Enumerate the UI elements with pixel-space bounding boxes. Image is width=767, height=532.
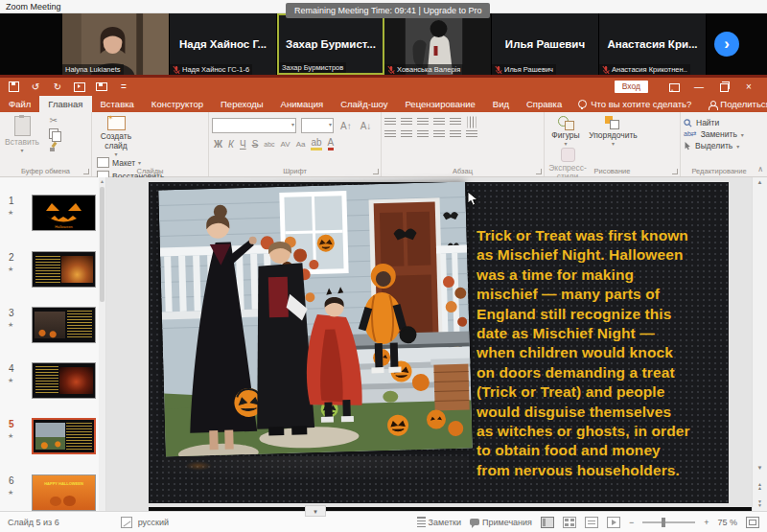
grow-font-icon[interactable]: A↑ — [340, 121, 352, 131]
tab-review[interactable]: Рецензирование — [396, 96, 483, 112]
thumb-scroll-up-icon[interactable]: ▲ — [99, 178, 105, 184]
slide-thumbnail-2[interactable] — [32, 251, 96, 288]
columns-button[interactable] — [450, 130, 461, 139]
zoom-slider-thumb[interactable] — [662, 518, 665, 527]
slide-canvas[interactable]: Trick or Treat was first known as Mischi… — [149, 182, 729, 503]
format-painter-icon[interactable] — [49, 142, 58, 151]
select-button[interactable]: Выделить▾ — [684, 141, 755, 150]
decrease-indent-button[interactable] — [417, 118, 429, 127]
numbering-button[interactable] — [401, 118, 412, 127]
participant-tile-anastasia[interactable]: Анастасия Кри... Анастасия Крикотнен.. — [599, 13, 707, 75]
zoom-in-button[interactable]: + — [704, 518, 709, 527]
font-name-combo[interactable] — [212, 118, 296, 133]
slide-thumbnail-6[interactable]: HAPPY HALLOWEEN — [32, 474, 96, 511]
justify-button[interactable] — [433, 130, 445, 139]
paragraph-dialog-launcher[interactable] — [536, 169, 542, 174]
comments-button[interactable]: Примечания — [470, 518, 532, 527]
strikethrough-button[interactable]: S — [252, 139, 259, 150]
start-slideshow-icon[interactable] — [74, 81, 85, 93]
shrink-font-icon[interactable]: A↓ — [360, 121, 372, 131]
tab-file[interactable]: Файл — [0, 96, 39, 112]
italic-button[interactable]: К — [228, 139, 234, 150]
slide-thumbnail-3[interactable] — [32, 307, 96, 343]
thumb-scroll-thumb[interactable] — [100, 187, 105, 302]
font-dialog-launcher[interactable] — [373, 169, 379, 174]
fit-to-window-button[interactable] — [746, 517, 759, 528]
new-slide-button[interactable]: Создать слайд ▾ — [95, 116, 137, 157]
smartart-convert-button[interactable] — [466, 130, 477, 139]
zoom-out-button[interactable]: − — [629, 518, 634, 527]
scroll-down-icon[interactable]: ▼ — [753, 465, 767, 471]
slide-scrollbar[interactable]: ▲ ▼ ▲▲ ▼▼ — [752, 177, 767, 511]
share-button[interactable]: Поделиться — [699, 96, 767, 112]
save-icon[interactable] — [8, 81, 19, 93]
drawing-dialog-launcher[interactable] — [672, 169, 678, 174]
collapse-ribbon-button[interactable]: ∧ — [757, 165, 763, 173]
previous-slide-button[interactable]: ▲▲ — [753, 482, 767, 490]
slide-thumbnail-4[interactable] — [32, 362, 96, 399]
customize-qat-icon[interactable]: = — [118, 81, 129, 93]
restore-button[interactable] — [711, 78, 736, 96]
next-participants-button[interactable]: › — [714, 32, 739, 57]
participant-tile-zakhar-active-speaker[interactable]: Захар Бурмист... Захар Бурмистров — [277, 13, 384, 75]
ribbon-options-icon[interactable] — [662, 78, 686, 96]
tell-me-box[interactable]: Что вы хотите сделать? — [570, 96, 699, 112]
tab-home[interactable]: Главная — [39, 96, 91, 112]
notes-button[interactable]: Заметки — [417, 517, 461, 527]
view-slide-sorter-button[interactable] — [563, 517, 576, 528]
replace-button[interactable]: ab⇄ Заменить▾ — [684, 129, 755, 139]
tab-view[interactable]: Вид — [484, 96, 518, 112]
bold-button[interactable]: Ж — [214, 139, 222, 150]
slide-photo-trick-or-treat[interactable] — [158, 182, 473, 457]
slide-body-text[interactable]: Trick or Treat was first known as Mischi… — [476, 226, 726, 480]
language-label[interactable]: русский — [138, 518, 169, 527]
change-case-button[interactable]: Aa — [296, 140, 306, 149]
text-direction-button[interactable] — [468, 117, 476, 128]
find-button[interactable]: Найти — [684, 118, 755, 127]
increase-indent-button[interactable] — [433, 118, 445, 127]
slide-thumbnail-1[interactable]: Halloween — [32, 195, 96, 231]
arrange-button[interactable]: Упорядочить ▾ — [588, 116, 638, 148]
view-normal-button[interactable] — [541, 517, 554, 528]
tab-transitions[interactable]: Переходы — [212, 96, 272, 112]
copy-icon[interactable] — [49, 128, 58, 139]
close-button[interactable]: × — [736, 78, 761, 96]
minimize-button[interactable]: — — [686, 78, 711, 96]
shapes-button[interactable]: Фигуры ▾ — [547, 116, 584, 148]
align-center-button[interactable] — [401, 130, 412, 139]
thumbnails-scrollbar[interactable]: ▲ — [99, 177, 105, 511]
view-slideshow-button[interactable] — [607, 517, 620, 528]
line-spacing-button[interactable] — [450, 118, 461, 127]
tab-design[interactable]: Конструктор — [143, 96, 212, 112]
view-reading-button[interactable] — [585, 517, 598, 528]
new-slide-qat-icon[interactable] — [96, 81, 107, 93]
undo-icon[interactable]: ↺ — [30, 81, 41, 93]
align-left-button[interactable] — [384, 130, 396, 139]
participant-tile-khovanska[interactable]: Хованська Валерія — [384, 13, 492, 75]
paste-button[interactable]: Вставить ▾ — [3, 116, 41, 154]
zoom-slider[interactable] — [642, 521, 695, 523]
tab-slideshow[interactable]: Слайд-шоу — [332, 96, 396, 112]
highlight-button[interactable]: ab — [311, 137, 321, 150]
font-size-combo[interactable] — [301, 118, 334, 133]
participant-tile-halyna[interactable]: Halyna Lukianets — [62, 13, 170, 75]
underline-button[interactable]: Ч — [240, 139, 246, 150]
scroll-up-icon[interactable]: ▲ — [753, 179, 767, 185]
slide-thumbnail-5-selected[interactable] — [32, 418, 96, 454]
bullets-button[interactable] — [384, 118, 396, 127]
font-color-button[interactable]: A — [328, 137, 335, 150]
spellcheck-icon[interactable] — [121, 517, 132, 528]
participant-tile-nadia[interactable]: Надя Хайнос Г... Надя Хайнос ГС-1-6 — [170, 13, 277, 75]
text-shadow-button[interactable]: abc — [264, 141, 274, 148]
tab-help[interactable]: Справка — [518, 96, 570, 112]
next-slide-button[interactable]: ▼▼ — [753, 499, 767, 507]
redo-icon[interactable]: ↻ — [52, 81, 63, 93]
tab-animations[interactable]: Анимация — [272, 96, 333, 112]
notes-pane-collapse-button[interactable]: ▾ — [305, 505, 326, 517]
clipboard-dialog-launcher[interactable] — [83, 169, 89, 174]
cut-icon[interactable]: ✂ — [49, 116, 58, 126]
character-spacing-button[interactable]: AV — [281, 140, 291, 149]
align-right-button[interactable] — [417, 130, 429, 139]
participant-tile-ilya[interactable]: Илья Рашевич Илья Рашевич — [492, 13, 599, 75]
signin-button[interactable]: Вход — [615, 81, 648, 93]
